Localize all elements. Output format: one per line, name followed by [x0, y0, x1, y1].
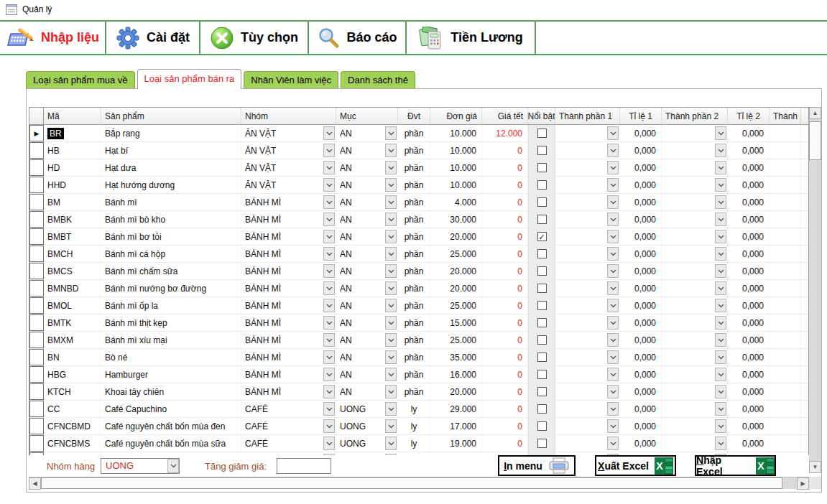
cell-nhom-combobox[interactable]: BÁNH MÌ	[241, 383, 336, 400]
cell-san-pham[interactable]: Bánh mì bò kho	[101, 211, 241, 228]
cell-thanh-phan-3-clipped[interactable]	[770, 159, 801, 176]
cell-thanh-phan-1-combobox[interactable]	[555, 314, 620, 331]
dropdown-button[interactable]	[715, 126, 726, 140]
tab-danh-sach-the[interactable]: Danh sách thẻ	[341, 71, 415, 88]
cell-don-gia[interactable]: 10.000	[430, 142, 482, 159]
dropdown-button[interactable]	[607, 419, 619, 433]
cell-ma[interactable]: BN	[44, 349, 101, 365]
featured-checkbox[interactable]	[537, 439, 547, 448]
featured-checkbox[interactable]	[537, 353, 547, 362]
scroll-down-button[interactable]: ▼	[809, 461, 821, 473]
cell-muc-combobox[interactable]: AN	[336, 349, 398, 365]
cell-dvt[interactable]: ly	[398, 435, 430, 452]
dropdown-button[interactable]	[607, 195, 619, 209]
cell-thanh-phan-2-combobox[interactable]	[662, 435, 728, 452]
header-thanh-phan-2[interactable]: Thành phần 2	[662, 108, 728, 124]
cell-don-gia[interactable]: 15.000	[430, 314, 482, 331]
cell-gia-tet[interactable]: 0	[482, 177, 528, 193]
cell-gia-tet[interactable]: 0	[482, 280, 528, 297]
cell-ti-le-2[interactable]: 0,000	[728, 349, 770, 365]
toolbar-item-bao-cao[interactable]: Báo cáo	[309, 22, 407, 54]
featured-checkbox[interactable]	[537, 404, 547, 414]
dropdown-button[interactable]	[323, 264, 335, 278]
cell-nhom-combobox[interactable]: BÁNH MÌ	[241, 263, 336, 279]
featured-checkbox[interactable]: ✓	[537, 232, 547, 241]
row-selector[interactable]	[29, 297, 44, 314]
toolbar-item-nhap-lieu[interactable]: Nhập liệu	[0, 22, 106, 54]
cell-thanh-phan-2-combobox[interactable]	[662, 263, 728, 279]
cell-nhom-combobox[interactable]: BÁNH MÌ	[241, 332, 336, 348]
cell-ti-le-1[interactable]: 0,000	[620, 246, 662, 262]
dropdown-button[interactable]	[715, 264, 726, 278]
cell-dvt[interactable]: ly	[398, 418, 430, 434]
cell-dvt[interactable]: phần	[398, 314, 430, 331]
cell-don-gia[interactable]: 17.000	[430, 418, 482, 434]
dropdown-button[interactable]	[385, 350, 397, 364]
cell-thanh-phan-3-clipped[interactable]	[770, 246, 801, 262]
cell-dvt[interactable]: phần	[398, 383, 430, 400]
cell-thanh-phan-2-combobox[interactable]	[662, 314, 728, 331]
cell-don-gia[interactable]: 25.000	[430, 332, 482, 348]
dropdown-button[interactable]	[715, 230, 726, 243]
cell-muc-combobox[interactable]: AN	[336, 142, 398, 159]
dropdown-button[interactable]	[323, 316, 335, 330]
cell-thanh-phan-2-combobox[interactable]	[662, 401, 728, 417]
header-thanh-phan-1[interactable]: Thành phần 1	[555, 108, 620, 124]
cell-ma[interactable]: HHD	[44, 177, 101, 193]
dropdown-button[interactable]	[607, 264, 619, 278]
cell-san-pham[interactable]: Bánh mì bơ tỏi	[101, 228, 241, 245]
cell-ma[interactable]: CFNCBMD	[44, 418, 101, 434]
cell-muc-combobox[interactable]: AN	[336, 332, 398, 348]
cell-thanh-phan-1-combobox[interactable]	[555, 159, 620, 176]
row-selector[interactable]	[29, 159, 44, 176]
dropdown-button[interactable]	[385, 281, 397, 295]
cell-ma[interactable]: BR	[44, 125, 101, 141]
cell-san-pham[interactable]: Bánh mì chấm sữa	[101, 263, 241, 279]
header-gia-tet[interactable]: Giá tết	[482, 108, 528, 124]
cell-ma[interactable]: BMOL	[44, 297, 101, 314]
cell-dvt[interactable]: phần	[398, 194, 430, 210]
cell-dvt[interactable]: phần	[398, 142, 430, 159]
cell-ti-le-2[interactable]: 0,000	[728, 263, 770, 279]
dropdown-button[interactable]	[385, 161, 397, 174]
cell-dvt[interactable]: phần	[398, 332, 430, 348]
cell-ti-le-2[interactable]: 0,000	[728, 280, 770, 297]
cell-don-gia[interactable]: 10.000	[430, 125, 482, 141]
cell-ma[interactable]: BMBT	[44, 228, 101, 245]
cell-thanh-phan-2-combobox[interactable]	[662, 349, 728, 365]
cell-ma[interactable]: CFNCBMS	[44, 435, 101, 452]
cell-thanh-phan-1-combobox[interactable]	[555, 349, 620, 365]
cell-thanh-phan-2-combobox[interactable]	[662, 194, 728, 210]
cell-thanh-phan-1-combobox[interactable]	[555, 383, 620, 400]
cell-ti-le-2[interactable]: 0,000	[728, 401, 770, 417]
cell-ti-le-2[interactable]: 0,000	[728, 142, 770, 159]
header-ti-le-2[interactable]: Tỉ lệ 2	[728, 108, 770, 124]
scroll-up-button[interactable]: ▲	[809, 107, 821, 119]
toolbar-item-tien-luong[interactable]: Tiền Lương	[407, 22, 536, 54]
dropdown-button[interactable]	[385, 230, 397, 243]
cell-ti-le-1[interactable]: 0,000	[620, 194, 662, 210]
cell-gia-tet[interactable]: 0	[482, 366, 528, 383]
cell-thanh-phan-1-combobox[interactable]	[555, 263, 620, 279]
header-ma[interactable]: Mã	[44, 108, 101, 124]
dropdown-button[interactable]	[385, 144, 397, 157]
row-selector[interactable]	[29, 366, 44, 383]
cell-ma[interactable]: BMCS	[44, 263, 101, 279]
header-san-pham[interactable]: Sản phẩm	[101, 108, 241, 124]
cell-ti-le-1[interactable]: 0,000	[620, 125, 662, 141]
dropdown-button[interactable]	[715, 402, 726, 416]
featured-checkbox[interactable]	[537, 318, 547, 327]
dropdown-button[interactable]	[715, 178, 726, 192]
dropdown-button[interactable]	[323, 195, 335, 209]
dropdown-button[interactable]	[607, 316, 619, 330]
row-selector[interactable]	[29, 349, 44, 365]
cell-ma[interactable]: BMCH	[44, 246, 101, 262]
toolbar-item-tuy-chon[interactable]: Tùy chọn	[200, 22, 309, 54]
cell-thanh-phan-2-combobox[interactable]	[662, 211, 728, 228]
row-selector[interactable]	[29, 314, 44, 331]
cell-thanh-phan-1-combobox[interactable]	[555, 280, 620, 297]
cell-nhom-combobox[interactable]: BÁNH MÌ	[241, 314, 336, 331]
cell-gia-tet[interactable]: 0	[482, 142, 528, 159]
cell-san-pham[interactable]: Bánh mì	[101, 194, 241, 210]
dropdown-button[interactable]	[715, 247, 726, 261]
